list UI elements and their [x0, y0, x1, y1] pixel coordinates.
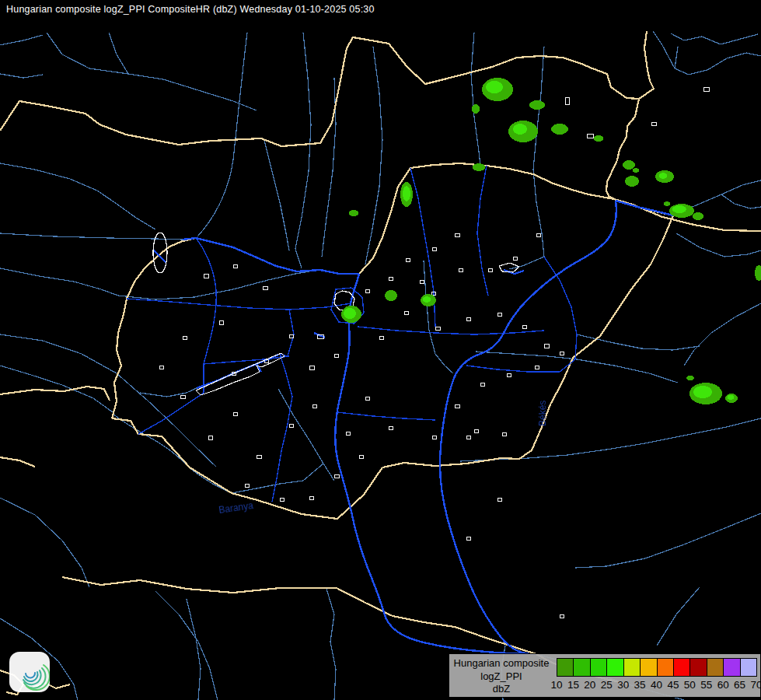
- legend-tick-labels: 10152025303540455055606570: [557, 679, 757, 693]
- legend-tick: 10: [550, 679, 562, 691]
- legend-color-box: [707, 658, 724, 677]
- met-swirl-logo: [9, 652, 50, 692]
- radar-echo: [693, 212, 703, 220]
- legend-color-scale: 10152025303540455055606570: [557, 658, 757, 693]
- radar-echo: [349, 210, 358, 216]
- radar-echo: [686, 376, 694, 380]
- radar-echo: [728, 395, 734, 400]
- legend-title-line2: logZ_PPI: [451, 670, 552, 684]
- legend-tick: 70: [750, 679, 761, 691]
- radar-echo: [513, 124, 527, 135]
- legend-tick: 35: [634, 679, 646, 691]
- radar-echo: [659, 173, 667, 179]
- radar-echo: [672, 205, 686, 213]
- legend-tick: 25: [601, 679, 613, 691]
- swirl-icon: [9, 652, 50, 692]
- radar-echo: [344, 308, 356, 319]
- radar-echo: [472, 104, 480, 114]
- radar-echo: [625, 176, 639, 187]
- legend-tick: 55: [700, 679, 712, 691]
- legend-color-box: [673, 658, 690, 677]
- radar-echo: [473, 163, 485, 171]
- radar-echo: [529, 100, 545, 110]
- legend-color-box: [606, 658, 623, 677]
- radar-echo: [633, 168, 639, 173]
- radar-echo: [693, 386, 712, 398]
- legend-color-box: [740, 658, 757, 677]
- product-title: Hungarian composite logZ_PPI CompositeHR…: [6, 4, 375, 15]
- legend-tick: 60: [717, 679, 729, 691]
- legend-title-line1: Hungarian composite: [451, 657, 552, 670]
- legend-color-box: [623, 658, 641, 677]
- legend-tick: 40: [651, 679, 662, 691]
- radar-echo: [385, 290, 397, 301]
- legend-tick: 50: [684, 679, 696, 691]
- radar-echo: [423, 296, 431, 303]
- legend-color-box: [590, 658, 607, 677]
- radar-echo: [594, 135, 603, 142]
- legend-color-box: [657, 658, 674, 677]
- radar-echo: [551, 124, 568, 135]
- legend-color-box: [573, 658, 590, 677]
- radar-map: BaranyaBékés: [0, 0, 761, 700]
- legend-color-box: [640, 658, 657, 677]
- legend-color-box: [723, 658, 740, 677]
- legend-title: Hungarian composite logZ_PPI dbZ: [451, 657, 552, 696]
- radar-echo: [623, 160, 635, 170]
- legend-tick: 65: [734, 679, 745, 691]
- radar-echo: [486, 81, 503, 93]
- legend-tick: 20: [584, 679, 595, 691]
- legend-color-box: [689, 658, 707, 677]
- radar-image: BaranyaBékés Hungarian composite logZ_PP…: [0, 0, 761, 700]
- legend-tick: 45: [667, 679, 679, 691]
- legend-color-box: [557, 658, 574, 677]
- legend-panel: Hungarian composite logZ_PPI dbZ 1015202…: [449, 653, 761, 698]
- legend-title-line3: dbZ: [451, 683, 552, 696]
- legend-tick: 15: [567, 679, 579, 691]
- legend-color-boxes: [557, 658, 757, 677]
- legend-tick: 30: [617, 679, 629, 691]
- radar-echo: [664, 201, 670, 206]
- radar-echo: [403, 186, 410, 201]
- county-label: Békés: [537, 401, 548, 426]
